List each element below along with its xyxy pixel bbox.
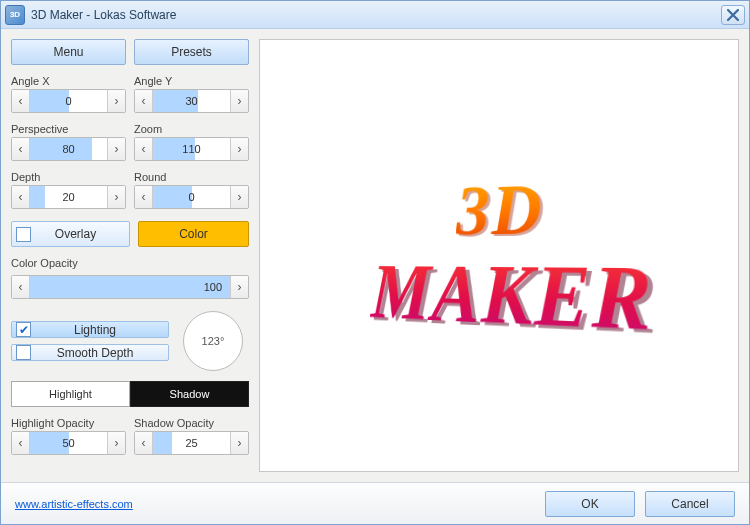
app-icon: 3D [5,5,25,25]
website-link[interactable]: www.artistic-effects.com [15,498,133,510]
shadow-tab[interactable]: Shadow [130,381,249,407]
highlight-tab[interactable]: Highlight [11,381,130,407]
chevron-left-icon[interactable]: ‹ [12,432,30,454]
angle-x-label: Angle X [11,75,126,87]
chevron-right-icon[interactable]: › [230,90,248,112]
angle-y-spinner[interactable]: ‹ 30 › [134,89,249,113]
chevron-right-icon[interactable]: › [230,138,248,160]
footer: www.artistic-effects.com OK Cancel [1,482,749,524]
app-window: 3D 3D Maker - Lokas Software Menu Preset… [0,0,750,525]
controls-panel: Menu Presets Angle X ‹ 0 › Angle Y ‹ [11,39,249,472]
zoom-spinner[interactable]: ‹ 110 › [134,137,249,161]
preview-panel: 3D MAKER [259,39,739,472]
close-button[interactable] [721,5,745,25]
titlebar: 3D 3D Maker - Lokas Software [1,1,749,29]
lighting-toggle[interactable]: ✔ Lighting [11,321,169,338]
color-button-label: Color [179,227,208,241]
chevron-left-icon[interactable]: ‹ [135,186,153,208]
angle-y-label: Angle Y [134,75,249,87]
round-label: Round [134,171,249,183]
lighting-angle-dial[interactable]: 123° [183,311,243,371]
menu-button[interactable]: Menu [11,39,126,65]
chevron-right-icon[interactable]: › [107,138,125,160]
overlay-toggle[interactable]: Overlay [11,221,130,247]
shadow-opacity-spinner[interactable]: ‹ 25 › [134,431,249,455]
chevron-left-icon[interactable]: ‹ [135,138,153,160]
depth-spinner[interactable]: ‹ 20 › [11,185,126,209]
color-opacity-spinner[interactable]: ‹ 100 › [11,275,249,299]
color-opacity-label: Color Opacity [11,257,249,269]
ok-button[interactable]: OK [545,491,635,517]
window-title: 3D Maker - Lokas Software [31,8,715,22]
perspective-spinner[interactable]: ‹ 80 › [11,137,126,161]
zoom-label: Zoom [134,123,249,135]
chevron-left-icon[interactable]: ‹ [12,138,30,160]
preview-text-line2: MAKER [369,245,655,352]
chevron-right-icon[interactable]: › [107,186,125,208]
highlight-opacity-spinner[interactable]: ‹ 50 › [11,431,126,455]
chevron-left-icon[interactable]: ‹ [12,276,30,298]
depth-label: Depth [11,171,126,183]
chevron-left-icon[interactable]: ‹ [12,186,30,208]
angle-x-spinner[interactable]: ‹ 0 › [11,89,126,113]
chevron-right-icon[interactable]: › [230,432,248,454]
chevron-right-icon[interactable]: › [230,186,248,208]
preview-text-line1: 3D [456,167,544,252]
chevron-right-icon[interactable]: › [230,276,248,298]
chevron-left-icon[interactable]: ‹ [12,90,30,112]
chevron-right-icon[interactable]: › [107,90,125,112]
shadow-opacity-label: Shadow Opacity [134,417,249,429]
chevron-right-icon[interactable]: › [107,432,125,454]
chevron-left-icon[interactable]: ‹ [135,432,153,454]
highlight-opacity-label: Highlight Opacity [11,417,126,429]
perspective-label: Perspective [11,123,126,135]
cancel-button[interactable]: Cancel [645,491,735,517]
chevron-left-icon[interactable]: ‹ [135,90,153,112]
smooth-depth-toggle[interactable]: Smooth Depth [11,344,169,361]
content-area: Menu Presets Angle X ‹ 0 › Angle Y ‹ [1,29,749,482]
round-spinner[interactable]: ‹ 0 › [134,185,249,209]
lighting-angle-value: 123° [202,335,225,347]
presets-button[interactable]: Presets [134,39,249,65]
close-icon [727,9,739,21]
color-button[interactable]: Color [138,221,249,247]
